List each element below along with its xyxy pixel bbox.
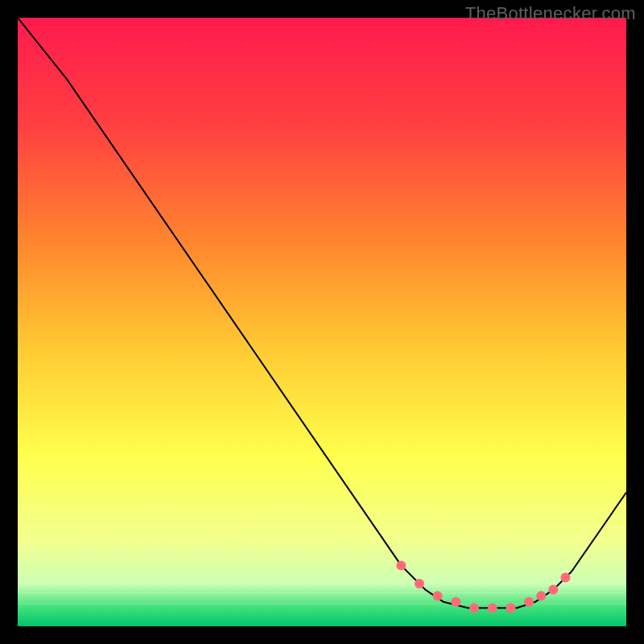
marker-dot [488, 603, 497, 613]
marker-dot [469, 603, 479, 613]
band-line [18, 559, 626, 561]
chart-stage: TheBottlenecker.com [0, 0, 644, 644]
plot-area [18, 18, 626, 626]
marker-dot [396, 560, 406, 570]
marker-dot [524, 597, 534, 607]
band-line [18, 581, 626, 583]
marker-dot [536, 591, 546, 601]
watermark-text: TheBottlenecker.com [465, 3, 636, 24]
marker-dot [548, 585, 558, 595]
marker-dot [560, 573, 570, 583]
band-line [18, 603, 626, 605]
marker-dot [451, 597, 460, 607]
band-line [18, 538, 626, 539]
gradient-background [18, 18, 626, 626]
band-line [18, 526, 626, 528]
band-line [18, 515, 626, 517]
plot-svg [18, 18, 626, 626]
band-line [18, 592, 626, 594]
band-line [18, 548, 626, 550]
marker-dot [415, 579, 424, 588]
marker-dot [506, 603, 515, 613]
marker-dot [433, 591, 443, 601]
band-line [18, 505, 626, 506]
band-line [18, 570, 626, 572]
